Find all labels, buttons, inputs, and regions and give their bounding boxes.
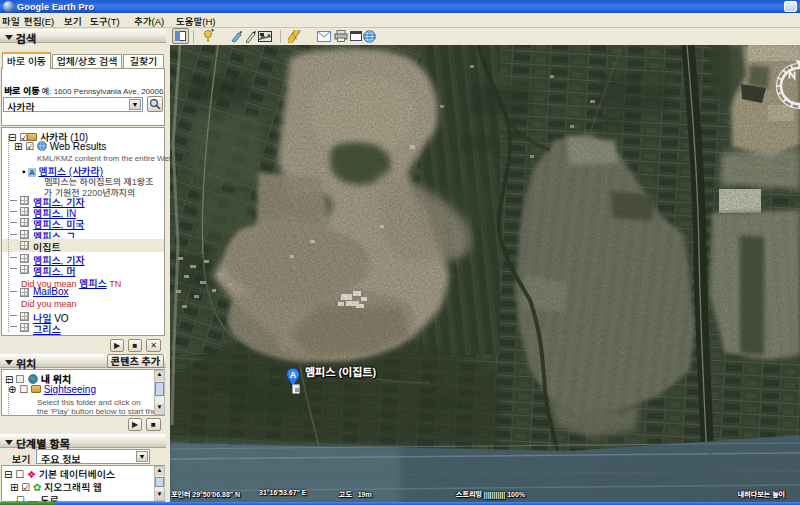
svg-text:A: A [290, 370, 297, 380]
